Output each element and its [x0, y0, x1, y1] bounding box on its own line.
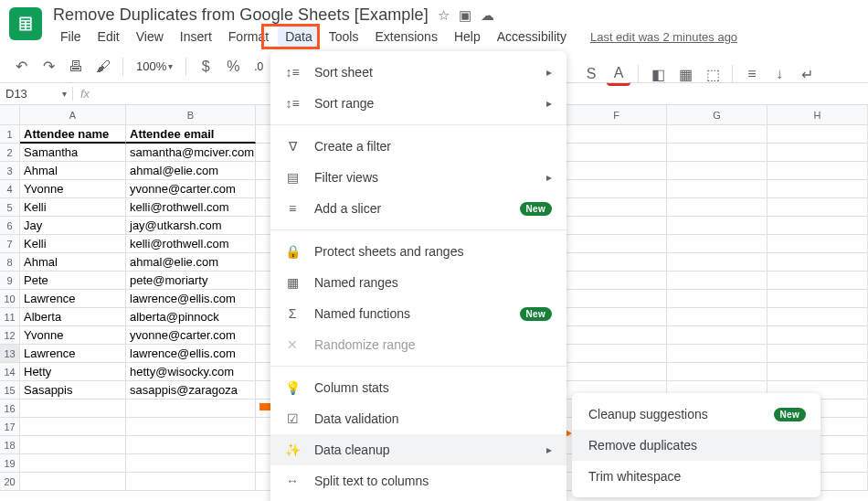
cell[interactable] — [566, 290, 667, 308]
cell[interactable]: ahmal@elie.com — [126, 162, 256, 180]
menubar-item-edit[interactable]: Edit — [90, 27, 127, 47]
cell[interactable]: yvonne@carter.com — [126, 180, 256, 198]
cell[interactable]: Attendee email — [126, 125, 256, 144]
wrap-button[interactable]: ↵ — [795, 62, 819, 86]
cell[interactable]: Jay — [20, 217, 126, 235]
cell[interactable] — [126, 418, 256, 436]
cell[interactable]: pete@moriarty — [126, 272, 256, 290]
cell[interactable]: alberta@pinnock — [126, 308, 256, 326]
row-header[interactable]: 9 — [0, 272, 20, 290]
paint-format-button[interactable]: 🖌 — [91, 55, 115, 79]
menu-add-slicer[interactable]: ≡ Add a slicer New — [270, 193, 566, 224]
cell[interactable]: ahmal@elie.com — [126, 253, 256, 272]
cloud-icon[interactable]: ☁ — [481, 7, 494, 24]
last-edit-link[interactable]: Last edit was 2 minutes ago — [590, 30, 737, 44]
row-header[interactable]: 18 — [0, 436, 20, 454]
cell[interactable]: Attendee name — [20, 125, 126, 144]
cell[interactable] — [667, 290, 767, 308]
cell[interactable]: lawrence@ellis.com — [126, 290, 256, 308]
cell[interactable] — [20, 400, 126, 418]
cell[interactable] — [767, 253, 868, 272]
select-all-corner[interactable] — [0, 105, 20, 125]
cell[interactable] — [767, 326, 868, 345]
print-button[interactable]: 🖶 — [64, 55, 88, 79]
cell[interactable] — [667, 253, 767, 272]
menubar-item-help[interactable]: Help — [447, 27, 488, 47]
menubar-item-accessibility[interactable]: Accessibility — [490, 27, 574, 47]
menu-filter-views[interactable]: ▤ Filter views ▸ — [270, 162, 566, 193]
row-header[interactable]: 15 — [0, 381, 20, 400]
cell[interactable] — [767, 198, 868, 217]
menubar-item-file[interactable]: File — [53, 27, 89, 47]
strikethrough-button[interactable]: S — [579, 62, 603, 86]
row-header[interactable]: 10 — [0, 290, 20, 308]
fill-color-button[interactable]: ◧ — [646, 62, 670, 86]
row-header[interactable]: 7 — [0, 235, 20, 253]
column-header[interactable]: H — [767, 105, 868, 125]
h-align-button[interactable]: ≡ — [740, 62, 764, 86]
cell[interactable]: hetty@wisocky.com — [126, 363, 256, 381]
column-header[interactable]: A — [20, 105, 126, 125]
row-header[interactable]: 5 — [0, 198, 20, 217]
merge-button[interactable]: ⬚ — [701, 62, 725, 86]
borders-button[interactable]: ▦ — [673, 62, 697, 86]
menubar-item-data[interactable]: Data — [278, 27, 320, 47]
row-header[interactable]: 14 — [0, 363, 20, 381]
dec-less-button[interactable]: .0 — [249, 60, 269, 73]
cell[interactable] — [767, 272, 868, 290]
cell[interactable]: sasappis@zaragoza — [126, 381, 256, 400]
undo-button[interactable]: ↶ — [9, 55, 33, 79]
cell[interactable]: Lawrence — [20, 345, 126, 363]
cell[interactable] — [566, 363, 667, 381]
menu-named-functions[interactable]: Σ Named functions New — [270, 298, 566, 329]
cell[interactable] — [667, 272, 767, 290]
cell[interactable] — [767, 345, 868, 363]
row-header[interactable]: 13 — [0, 345, 20, 363]
cell[interactable]: kelli@rothwell.com — [126, 198, 256, 217]
v-align-button[interactable]: ↓ — [767, 62, 791, 86]
cell[interactable] — [126, 400, 256, 418]
cell[interactable] — [566, 217, 667, 235]
cell[interactable] — [566, 180, 667, 198]
menubar-item-format[interactable]: Format — [221, 27, 276, 47]
cell[interactable] — [767, 217, 868, 235]
cell[interactable]: kelli@rothwell.com — [126, 235, 256, 253]
redo-button[interactable]: ↷ — [37, 55, 60, 79]
currency-button[interactable]: $ — [194, 55, 217, 79]
cell[interactable] — [667, 235, 767, 253]
cell[interactable] — [20, 454, 126, 473]
cell[interactable]: samantha@mciver.com — [126, 144, 256, 162]
row-header[interactable]: 20 — [0, 473, 20, 491]
cell[interactable]: yvonne@carter.com — [126, 326, 256, 345]
menu-data-cleanup[interactable]: ✨ Data cleanup ▸ — [270, 434, 566, 465]
menu-named-ranges[interactable]: ▦ Named ranges — [270, 267, 566, 298]
menu-protect[interactable]: 🔒 Protect sheets and ranges — [270, 236, 566, 267]
cell[interactable]: Kelli — [20, 198, 126, 217]
cell[interactable] — [767, 308, 868, 326]
cell[interactable] — [667, 308, 767, 326]
cell[interactable] — [767, 162, 868, 180]
menu-sort-range[interactable]: ↕≡ Sort range ▸ — [270, 88, 566, 119]
cell[interactable] — [767, 144, 868, 162]
cell[interactable] — [566, 198, 667, 217]
cell[interactable] — [767, 290, 868, 308]
cell[interactable] — [667, 326, 767, 345]
cell[interactable] — [667, 217, 767, 235]
column-header[interactable]: B — [126, 105, 256, 125]
menubar-item-extensions[interactable]: Extensions — [367, 27, 444, 47]
cell[interactable]: lawrence@ellis.com — [126, 345, 256, 363]
cell[interactable] — [126, 454, 256, 473]
cell[interactable]: Alberta — [20, 308, 126, 326]
cell[interactable] — [566, 326, 667, 345]
cell[interactable]: Ahmal — [20, 253, 126, 272]
cell[interactable]: Hetty — [20, 363, 126, 381]
sheets-logo[interactable] — [9, 7, 42, 40]
menu-sort-sheet[interactable]: ↕≡ Sort sheet ▸ — [270, 57, 566, 88]
name-box[interactable]: D13▾ — [0, 87, 73, 101]
menubar-item-tools[interactable]: Tools — [322, 27, 366, 47]
cell[interactable] — [667, 180, 767, 198]
cell[interactable] — [566, 162, 667, 180]
menu-column-stats[interactable]: 💡 Column stats — [270, 372, 566, 403]
row-header[interactable]: 16 — [0, 400, 20, 418]
cell[interactable] — [667, 198, 767, 217]
